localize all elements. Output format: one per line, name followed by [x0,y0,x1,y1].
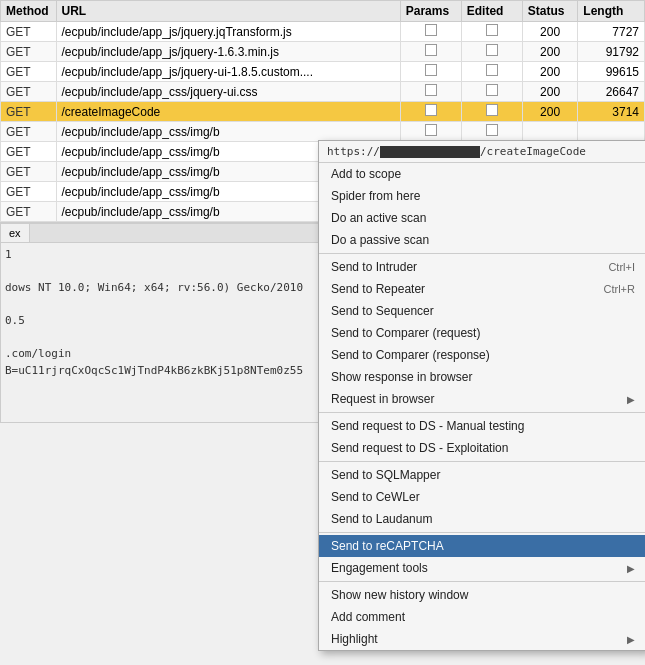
cell-method: GET [1,102,57,122]
cell-params [400,122,461,142]
cell-method: GET [1,162,57,182]
cell-url: /ecpub/include/app_js/jquery-ui-1.8.5.cu… [56,62,400,82]
cell-method: GET [1,142,57,162]
cell-params [400,62,461,82]
col-method[interactable]: Method [1,1,57,22]
context-menu-item[interactable]: Send request to DS - Manual testing [319,415,645,437]
context-menu-item[interactable]: Engagement tools▶ [319,557,645,579]
menu-separator [319,581,645,582]
table-row[interactable]: GET/ecpub/include/app_css/jquery-ui.css2… [1,82,645,102]
table-row[interactable]: GET/ecpub/include/app_js/jquery-ui-1.8.5… [1,62,645,82]
cell-length: 99615 [578,62,645,82]
context-menu-item[interactable]: Show new history window [319,584,645,606]
menu-separator [319,412,645,413]
cell-status: 200 [522,22,578,42]
context-menu: https:///createImageCode Add to scopeSpi… [318,140,645,651]
menu-item-label: Send to Intruder [331,260,417,274]
params-checkbox [425,104,437,116]
menu-item-label: Spider from here [331,189,420,203]
table-row[interactable]: GET/createImageCode2003714 [1,102,645,122]
cell-params [400,42,461,62]
menu-separator [319,461,645,462]
cell-method: GET [1,22,57,42]
menu-item-label: Show response in browser [331,370,472,384]
cell-edited [461,22,522,42]
params-checkbox [425,124,437,136]
edited-checkbox [486,44,498,56]
context-menu-item[interactable]: Send to RepeaterCtrl+R [319,278,645,300]
submenu-arrow-icon: ▶ [627,634,635,645]
menu-item-label: Send to Comparer (request) [331,326,480,340]
menu-item-label: Send to Laudanum [331,512,432,526]
table-row[interactable]: GET/ecpub/include/app_js/jquery-1.6.3.mi… [1,42,645,62]
params-checkbox [425,84,437,96]
col-edited[interactable]: Edited [461,1,522,22]
cell-length: 3714 [578,102,645,122]
context-menu-item[interactable]: Spider from here [319,185,645,207]
menu-item-label: Add to scope [331,167,401,181]
menu-item-label: Highlight [331,632,378,646]
context-menu-item[interactable]: Show response in browser [319,366,645,388]
edited-checkbox [486,64,498,76]
context-menu-item[interactable]: Send request to DS - Exploitation [319,437,645,459]
table-row[interactable]: GET/ecpub/include/app_js/jquery.jqTransf… [1,22,645,42]
cell-edited [461,122,522,142]
edited-checkbox [486,104,498,116]
cell-url: /ecpub/include/app_js/jquery.jqTransform… [56,22,400,42]
context-menu-item[interactable]: Send to CeWLer [319,486,645,508]
cell-length: 7727 [578,22,645,42]
params-checkbox [425,44,437,56]
cell-method: GET [1,42,57,62]
cell-method: GET [1,182,57,202]
menu-item-label: Send to Repeater [331,282,425,296]
context-menu-item[interactable]: Send to SQLMapper [319,464,645,486]
cell-url: /ecpub/include/app_js/jquery-1.6.3.min.j… [56,42,400,62]
cell-method: GET [1,202,57,222]
menu-item-label: Send to reCAPTCHA [331,539,444,553]
context-menu-header: https:///createImageCode [319,141,645,163]
cell-url: /createImageCode [56,102,400,122]
context-menu-item[interactable]: Send to Comparer (request) [319,322,645,344]
submenu-arrow-icon: ▶ [627,394,635,405]
params-checkbox [425,64,437,76]
col-status[interactable]: Status [522,1,578,22]
menu-item-label: Add comment [331,610,405,624]
context-menu-item[interactable]: Send to reCAPTCHA [319,535,645,557]
menu-item-label: Engagement tools [331,561,428,575]
edited-checkbox [486,24,498,36]
context-menu-item[interactable]: Add to scope [319,163,645,185]
menu-item-label: Send request to DS - Manual testing [331,419,524,433]
context-menu-item[interactable]: Do an active scan [319,207,645,229]
context-menu-item[interactable]: Send to Sequencer [319,300,645,322]
cell-length [578,122,645,142]
context-menu-item[interactable]: Add comment [319,606,645,628]
context-menu-item[interactable]: Highlight▶ [319,628,645,650]
col-url[interactable]: URL [56,1,400,22]
menu-item-shortcut: Ctrl+R [604,283,635,295]
context-menu-item[interactable]: Send to Comparer (response) [319,344,645,366]
cell-edited [461,82,522,102]
cell-params [400,82,461,102]
cell-edited [461,62,522,82]
context-menu-item[interactable]: Request in browser▶ [319,388,645,410]
table-row[interactable]: GET/ecpub/include/app_css/img/b [1,122,645,142]
redacted-url [380,146,480,158]
menu-item-label: Request in browser [331,392,434,406]
cell-edited [461,42,522,62]
context-menu-item[interactable]: Do a passive scan [319,229,645,251]
menu-item-label: Send to SQLMapper [331,468,440,482]
cell-status [522,122,578,142]
context-menu-item[interactable]: Send to IntruderCtrl+I [319,256,645,278]
tab-ex[interactable]: ex [1,224,30,242]
menu-item-shortcut: Ctrl+I [608,261,635,273]
cell-edited [461,102,522,122]
submenu-arrow-icon: ▶ [627,563,635,574]
cell-length: 91792 [578,42,645,62]
cell-url: /ecpub/include/app_css/jquery-ui.css [56,82,400,102]
context-menu-item[interactable]: Send to Laudanum [319,508,645,530]
menu-separator [319,532,645,533]
menu-item-label: Send to CeWLer [331,490,420,504]
menu-item-label: Do a passive scan [331,233,429,247]
col-params[interactable]: Params [400,1,461,22]
col-length[interactable]: Length [578,1,645,22]
